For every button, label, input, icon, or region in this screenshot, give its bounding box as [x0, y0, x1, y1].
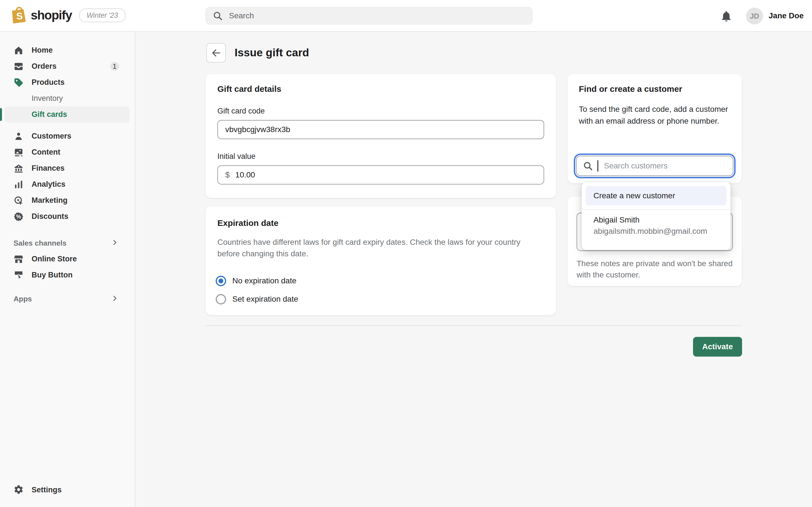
card-heading: Expiration date — [217, 218, 544, 228]
section-label: Apps — [13, 295, 32, 303]
gift-card-code-input[interactable]: vbvgbcgjvw38rx3b — [217, 120, 544, 139]
sidebar-item-finances[interactable]: Finances — [4, 160, 130, 176]
sidebar-item-label: Inventory — [32, 94, 63, 103]
section-label: Sales channels — [13, 239, 66, 247]
find-customer-card: Find or create a customer To send the gi… — [567, 74, 742, 183]
customers-icon — [13, 131, 24, 142]
back-button[interactable] — [206, 43, 226, 62]
home-icon — [13, 45, 24, 55]
expiration-date-card: Expiration date Countries have different… — [206, 207, 556, 315]
sidebar-item-inventory[interactable]: Inventory — [4, 91, 130, 107]
currency-symbol: $ — [225, 170, 230, 179]
global-search-input[interactable]: Search — [206, 7, 532, 24]
global-search-placeholder: Search — [229, 11, 254, 20]
orders-icon — [13, 61, 24, 71]
sidebar-item-label: Products — [32, 78, 64, 87]
content-image-icon — [13, 147, 24, 158]
sidebar-item-discounts[interactable]: % Discounts — [4, 209, 130, 224]
user-avatar[interactable]: JD — [746, 8, 763, 24]
expiration-description: Countries have different laws for gift c… — [217, 236, 522, 260]
search-icon — [583, 161, 593, 171]
sidebar-item-label: Customers — [32, 132, 71, 140]
radio-no-expiration[interactable]: No expiration date — [216, 276, 296, 286]
sidebar-item-label: Content — [32, 148, 60, 157]
sidebar-section-sales-channels[interactable]: Sales channels — [4, 235, 130, 251]
main-content: Issue gift card Gift card details Gift c… — [135, 32, 812, 507]
chevron-right-icon — [111, 239, 118, 247]
finances-bank-icon — [13, 163, 24, 173]
orders-count-badge: 1 — [110, 62, 119, 71]
sidebar-item-home[interactable]: Home — [4, 42, 130, 58]
shopify-logo[interactable]: S shopify Winter '23 — [10, 6, 125, 24]
sidebar-item-gift-cards[interactable]: Gift cards — [4, 107, 130, 122]
brand-wordmark: shopify — [31, 8, 72, 22]
sidebar-section-apps[interactable]: Apps — [4, 291, 130, 307]
initial-value-input[interactable]: $ 10.00 — [217, 165, 544, 184]
search-customers-input[interactable]: Search customers — [576, 156, 733, 176]
radio-set-expiration[interactable]: Set expiration date — [216, 294, 298, 304]
page-title: Issue gift card — [235, 47, 309, 59]
marketing-target-icon — [13, 195, 24, 206]
customer-result-email: abigailsmith.mobbin@gmail.com — [594, 227, 722, 236]
top-bar: S shopify Winter '23 Search JD Jane Doe — [0, 0, 812, 32]
sidebar-item-label: Online Store — [32, 255, 77, 263]
avatar-initials: JD — [750, 12, 759, 20]
radio-selected-icon — [216, 276, 226, 286]
sidebar-item-label: Finances — [32, 164, 64, 173]
activate-button[interactable]: Activate — [693, 337, 742, 356]
card-heading: Gift card details — [217, 84, 544, 94]
customer-search-dropdown: Create a new customer Abigail Smith abig… — [581, 182, 730, 250]
online-store-icon — [13, 254, 24, 264]
analytics-bars-icon — [13, 179, 24, 189]
arrow-left-icon — [211, 47, 222, 59]
sidebar-item-label: Marketing — [32, 196, 68, 205]
active-indicator-bar — [0, 108, 2, 121]
gift-card-details-card: Gift card details Gift card code vbvgbcg… — [206, 74, 556, 198]
discounts-percent-icon: % — [13, 212, 24, 222]
create-new-customer-option[interactable]: Create a new customer — [586, 186, 726, 205]
shopify-bag-icon: S — [10, 6, 27, 24]
gift-card-code-label: Gift card code — [217, 107, 544, 115]
initial-value-label: Initial value — [217, 152, 544, 161]
sidebar-item-content[interactable]: Content — [4, 144, 130, 160]
notes-caption: These notes are private and won't be sha… — [576, 258, 734, 281]
svg-text:%: % — [16, 214, 21, 220]
sidebar-item-label: Orders — [32, 62, 57, 71]
customer-description: To send the gift card code, add a custom… — [579, 103, 730, 127]
sidebar-item-online-store[interactable]: Online Store — [4, 251, 130, 267]
chevron-right-icon — [111, 295, 118, 303]
radio-unselected-icon — [216, 294, 226, 304]
radio-label: No expiration date — [232, 276, 296, 285]
sidebar-item-products[interactable]: Products — [4, 74, 130, 91]
settings-gear-icon — [13, 485, 24, 496]
sidebar-item-label: Buy Button — [32, 271, 72, 279]
sidebar-item-label: Settings — [32, 486, 62, 494]
customer-result-name: Abigail Smith — [594, 216, 722, 224]
user-name: Jane Doe — [769, 11, 804, 20]
sidebar-item-label: Gift cards — [32, 110, 67, 119]
search-icon — [213, 11, 223, 21]
sidebar-item-settings[interactable]: Settings — [4, 482, 130, 498]
footer-divider — [206, 325, 742, 326]
sidebar-item-label: Analytics — [32, 180, 65, 189]
sidebar-item-analytics[interactable]: Analytics — [4, 176, 130, 192]
text-cursor — [598, 160, 598, 172]
radio-label: Set expiration date — [232, 295, 298, 304]
sidebar-item-label: Discounts — [32, 212, 68, 221]
sidebar-item-customers[interactable]: Customers — [4, 128, 130, 144]
gift-card-code-value: vbvgbcgjvw38rx3b — [225, 125, 290, 134]
sidebar-item-buy-button[interactable]: Buy Button — [4, 267, 130, 283]
sidebar-item-marketing[interactable]: Marketing — [4, 192, 130, 209]
svg-text:S: S — [16, 10, 23, 21]
sidebar-item-orders[interactable]: Orders 1 — [4, 58, 130, 74]
initial-value-amount: 10.00 — [236, 170, 255, 179]
buy-button-icon — [13, 270, 24, 280]
sidebar-item-label: Home — [32, 46, 53, 55]
release-badge: Winter '23 — [79, 8, 125, 22]
notifications-bell-icon[interactable] — [720, 10, 732, 22]
products-tag-icon — [13, 77, 24, 88]
customer-result-item[interactable]: Abigail Smith abigailsmith.mobbin@gmail.… — [586, 210, 726, 236]
search-customers-placeholder: Search customers — [604, 161, 668, 170]
sidebar-nav: Home Orders 1 Products Inventory — [0, 32, 135, 507]
card-heading: Find or create a customer — [579, 84, 730, 94]
